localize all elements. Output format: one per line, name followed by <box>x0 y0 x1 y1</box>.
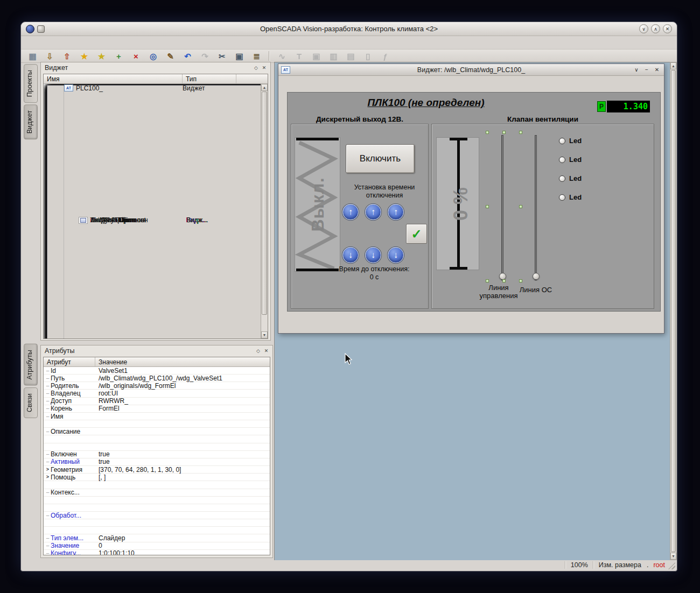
attribute-row[interactable]: Активный true <box>44 458 270 466</box>
attribute-row[interactable]: Обработ... <box>44 512 270 519</box>
hours-up-button[interactable]: ↑ <box>342 204 359 220</box>
menu-widget[interactable] <box>59 41 68 44</box>
led-indicator[interactable]: Led <box>559 137 582 144</box>
attribute-row[interactable]: Имя <box>44 413 270 420</box>
attr-expander-icon[interactable] <box>45 550 51 555</box>
attr-expander-icon[interactable] <box>45 451 51 457</box>
toolbar-undo-button[interactable]: ↶ <box>181 50 194 62</box>
tab-links[interactable]: Связи <box>24 387 38 418</box>
panel-float-button[interactable]: ◇ <box>252 64 260 72</box>
attribute-value[interactable]: ValveSet1 <box>97 367 270 375</box>
valve-percent-indicator[interactable]: 0 % <box>436 137 479 270</box>
toolbar-save-to-db-button[interactable]: ⇧ <box>61 50 73 62</box>
attribute-row[interactable]: Id ValveSet1 <box>44 367 270 375</box>
toolbar-function-button[interactable]: ƒ <box>379 50 391 62</box>
attribute-row[interactable]: Владелец root:UI <box>44 390 270 397</box>
attr-expander-icon[interactable] <box>45 406 51 411</box>
attr-expander-icon[interactable] <box>45 376 51 381</box>
attribute-row[interactable]: Контекс... <box>44 489 270 497</box>
toolbar-delete-widget-button[interactable]: × <box>130 50 142 62</box>
tree-scrollbar[interactable]: ▲ ▼ <box>261 84 268 338</box>
toolbar-cut-button[interactable]: ✂ <box>216 50 228 62</box>
attribute-row[interactable]: Тип элем... Слайдер <box>44 534 270 542</box>
attribute-row[interactable]: Конфигу... 1:0:100:1:10 <box>44 550 270 555</box>
minutes-down-button[interactable]: ↓ <box>365 247 381 263</box>
selection-handle[interactable] <box>502 131 506 134</box>
editor-close-button[interactable]: ✕ <box>653 66 661 74</box>
attribute-row[interactable]: Родитель /wlb_originals/wdg_FormEl <box>44 382 270 390</box>
led-indicator[interactable]: Led <box>559 156 582 163</box>
toolbar-widget-properties-button[interactable]: ◎ <box>147 50 159 62</box>
feedback-slider-handle[interactable] <box>533 273 540 280</box>
toolbar-load-button[interactable]: ▦ <box>26 50 39 62</box>
editor-titlebar[interactable]: AT Виджет: /wlb_Climat/wdg_PLC100_ ∨ − ✕ <box>278 64 664 76</box>
editor-minimize-button[interactable]: − <box>642 66 651 74</box>
tree-item[interactable] <box>47 85 261 338</box>
scroll-up-icon[interactable]: ▲ <box>670 62 676 69</box>
attribute-row[interactable]: Описание <box>44 428 270 435</box>
attribute-row[interactable] <box>44 420 270 428</box>
toolbar-new-library-button[interactable]: ★ <box>95 50 108 62</box>
toolbar-copy-button[interactable]: ▣ <box>233 50 246 62</box>
attr-expander-icon[interactable] <box>45 391 51 396</box>
panel-close-button[interactable]: ✕ <box>262 347 270 355</box>
tab-projects[interactable]: Проекты <box>24 64 38 103</box>
scroll-thumb[interactable] <box>262 91 267 315</box>
attribute-row[interactable]: Геометрия [370, 70, 64, 280, 1, 1, 30, 0… <box>44 466 270 474</box>
selection-handle[interactable] <box>519 131 522 134</box>
attr-expander-icon[interactable] <box>45 383 51 389</box>
selection-handle[interactable] <box>486 205 489 208</box>
menu-window[interactable] <box>69 41 79 44</box>
resize-grip[interactable] <box>668 562 675 569</box>
selection-handle[interactable] <box>519 279 522 283</box>
attr-expander-icon[interactable] <box>45 398 51 404</box>
attribute-value[interactable]: [370, 70, 64, 280, 1, 1, 30, 0] <box>97 466 270 474</box>
attr-column-name[interactable]: Атрибут <box>44 357 95 366</box>
toolbar-protocol-button[interactable]: ▤ <box>345 50 357 62</box>
attribute-row[interactable]: Доступ RWRWR_ <box>44 398 270 405</box>
hours-down-button[interactable]: ↓ <box>342 247 359 263</box>
attribute-row[interactable]: Помощь [, ] <box>44 474 270 481</box>
toolbar-elfigure-button[interactable]: ∿ <box>276 50 288 62</box>
toolbar-button[interactable] <box>269 51 270 61</box>
attribute-row[interactable] <box>44 481 270 489</box>
attr-expander-icon[interactable] <box>45 513 51 518</box>
menu-help[interactable] <box>91 41 101 44</box>
minimize-button[interactable]: ∨ <box>639 24 648 33</box>
panel-close-button[interactable]: ✕ <box>260 64 268 72</box>
attribute-row[interactable] <box>44 527 270 534</box>
attribute-value[interactable]: true <box>97 450 270 458</box>
attr-expander-icon[interactable] <box>45 475 51 479</box>
attribute-value[interactable]: /wlb_originals/wdg_FormEl <box>97 382 270 390</box>
seconds-down-button[interactable]: ↓ <box>388 247 404 263</box>
attribute-value[interactable]: RWRWR_ <box>97 397 270 405</box>
toolbar-paste-button[interactable]: ≣ <box>250 50 263 62</box>
attr-column-value[interactable]: Значение <box>95 357 270 366</box>
attribute-value[interactable]: FormEl <box>97 405 270 412</box>
attribute-value[interactable]: Слайдер <box>97 534 270 542</box>
scroll-down-icon[interactable]: ▼ <box>261 331 268 338</box>
attr-expander-icon[interactable] <box>45 467 51 472</box>
toolbar-new-widget-button[interactable]: ★ <box>78 50 90 62</box>
off-state-indicator[interactable]: Выкл. <box>295 137 340 272</box>
toolbar-diagram-button[interactable]: ▥ <box>327 50 340 62</box>
toolbar-load-from-db-button[interactable]: ⇩ <box>44 50 56 62</box>
attr-expander-icon[interactable] <box>45 414 51 419</box>
form-canvas[interactable]: ПЛК100 (не определен) P 1.340 Дискретный… <box>287 92 661 312</box>
attr-expander-icon[interactable] <box>45 459 51 464</box>
attribute-row[interactable]: Включен true <box>44 451 270 458</box>
tab-widget[interactable]: Виджет <box>24 104 38 139</box>
attribute-row[interactable] <box>44 443 270 451</box>
attr-expander-icon[interactable] <box>45 429 51 434</box>
led-indicator[interactable]: Led <box>559 175 582 182</box>
menu-project[interactable] <box>48 41 58 44</box>
attribute-value[interactable]: root:UI <box>97 390 270 397</box>
mdi-scrollbar[interactable]: ▲ ▼ <box>670 62 677 560</box>
attribute-row[interactable]: Значение 0 <box>44 542 270 550</box>
close-button[interactable]: ✕ <box>663 24 672 33</box>
attribute-row[interactable]: Корень FormEl <box>44 405 270 413</box>
menu-qtstarter[interactable] <box>102 41 111 44</box>
editor-shade-button[interactable]: ∨ <box>632 66 641 74</box>
scroll-up-icon[interactable]: ▲ <box>261 84 268 91</box>
attr-expander-icon[interactable] <box>45 490 51 495</box>
